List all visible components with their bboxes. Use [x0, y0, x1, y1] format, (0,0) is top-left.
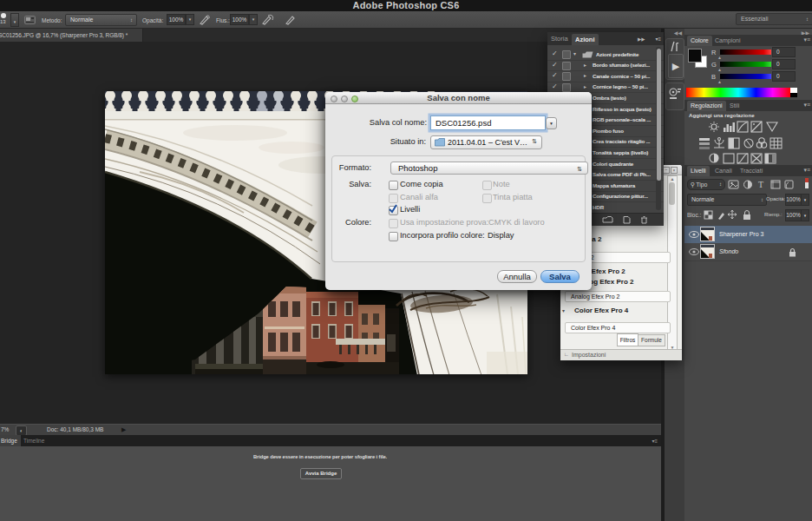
svg-text:T: T	[758, 180, 763, 189]
